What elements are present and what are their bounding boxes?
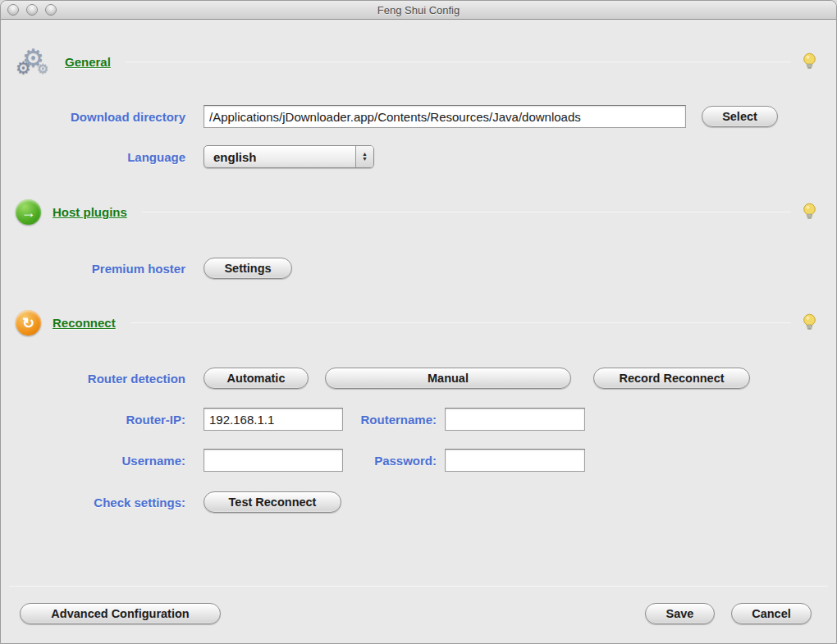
minimize-button[interactable] — [26, 4, 38, 16]
save-button[interactable]: Save — [645, 603, 715, 624]
username-input[interactable] — [204, 449, 343, 472]
router-ip-label: Router-IP: — [17, 413, 185, 427]
section-header-host-plugins: → Host plugins — [16, 199, 816, 225]
language-row: Language english ▲ ▼ — [17, 145, 816, 168]
routername-input[interactable] — [445, 408, 585, 431]
popup-arrows-icon: ▲ ▼ — [355, 146, 373, 167]
router-detection-label: Router detection — [17, 372, 185, 386]
username-label: Username: — [17, 454, 185, 468]
language-selected-value: english — [204, 150, 355, 164]
gears-icon: ⚙ ⚙ ⚙ — [16, 44, 53, 79]
router-ip-row: Router-IP: Routername: — [17, 408, 816, 431]
section-title-reconnect[interactable]: Reconnect — [53, 316, 116, 330]
password-input[interactable] — [445, 449, 585, 472]
download-directory-row: Download directory Select — [17, 105, 816, 128]
zoom-button[interactable] — [45, 4, 57, 16]
username-row: Username: Password: — [17, 449, 816, 472]
arrow-right-glyph: → — [21, 205, 36, 220]
advanced-configuration-button[interactable]: Advanced Configuration — [20, 603, 221, 624]
test-reconnect-button[interactable]: Test Reconnect — [204, 491, 341, 513]
manual-button[interactable]: Manual — [325, 368, 571, 389]
lightbulb-icon[interactable] — [803, 313, 816, 332]
gear-glyph: ⚙ — [16, 59, 31, 76]
section-header-reconnect: ↻ Reconnect — [16, 310, 816, 336]
footer-divider — [9, 586, 828, 587]
reconnect-glyph: ↻ — [22, 316, 34, 331]
check-settings-row: Check settings: Test Reconnect — [17, 491, 816, 513]
feng-shui-config-window: Feng Shui Config ⚙ ⚙ ⚙ General Downloa — [0, 0, 837, 644]
section-title-general[interactable]: General — [65, 55, 111, 69]
arrow-down-glyph: ▼ — [362, 157, 368, 162]
premium-hoster-row: Premium hoster Settings — [17, 258, 816, 279]
router-ip-input[interactable] — [204, 408, 343, 431]
host-plugins-icon: → — [16, 199, 41, 225]
section-divider — [142, 212, 791, 212]
section-divider — [130, 322, 791, 323]
section-header-general: ⚙ ⚙ ⚙ General — [16, 44, 816, 79]
download-directory-input[interactable] — [204, 105, 686, 128]
record-reconnect-button[interactable]: Record Reconnect — [593, 368, 750, 389]
titlebar: Feng Shui Config — [1, 1, 836, 20]
language-select[interactable]: english ▲ ▼ — [204, 145, 374, 168]
lightbulb-icon[interactable] — [803, 203, 816, 222]
section-title-host-plugins[interactable]: Host plugins — [53, 205, 127, 219]
reconnect-icon: ↻ — [16, 310, 41, 336]
gear-glyph: ⚙ — [37, 62, 48, 75]
content-area: ⚙ ⚙ ⚙ General Download directory Select … — [1, 20, 836, 643]
download-directory-label: Download directory — [17, 110, 185, 124]
router-detection-row: Router detection Automatic Manual Record… — [17, 368, 816, 389]
section-divider — [126, 62, 791, 62]
routername-label: Routername: — [348, 413, 437, 427]
window-title: Feng Shui Config — [377, 4, 460, 16]
password-label: Password: — [348, 454, 437, 468]
language-label: Language — [17, 150, 185, 164]
traffic-lights — [7, 4, 57, 16]
premium-hoster-label: Premium hoster — [17, 262, 185, 276]
lightbulb-icon[interactable] — [803, 53, 816, 71]
close-button[interactable] — [7, 4, 19, 16]
automatic-button[interactable]: Automatic — [204, 368, 309, 389]
settings-button[interactable]: Settings — [204, 258, 292, 279]
cancel-button[interactable]: Cancel — [731, 603, 812, 624]
check-settings-label: Check settings: — [17, 496, 185, 509]
select-button[interactable]: Select — [702, 106, 778, 127]
